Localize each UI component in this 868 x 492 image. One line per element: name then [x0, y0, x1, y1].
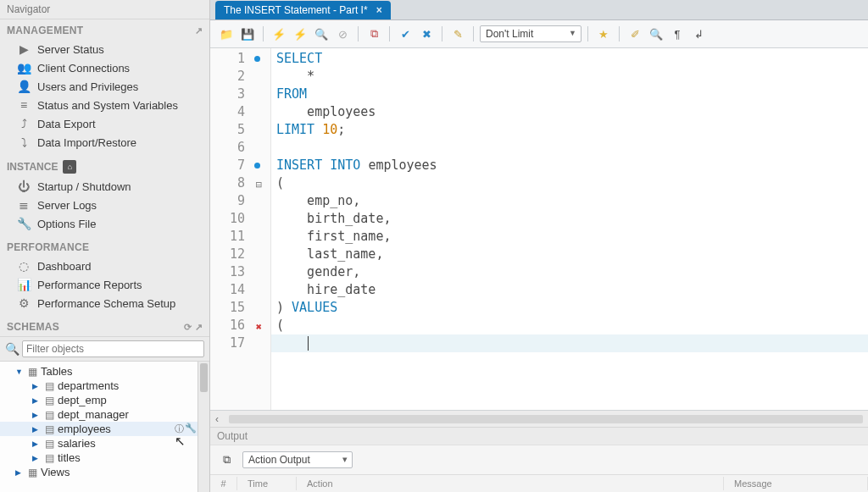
explain-icon[interactable]: 🔍: [312, 25, 331, 43]
chevron-right-icon[interactable]: [32, 424, 41, 434]
nav-item-connections[interactable]: 👥Client Connections: [0, 58, 209, 77]
code-line[interactable]: emp_no,: [271, 192, 868, 210]
code-line[interactable]: birth_date,: [271, 210, 868, 228]
code-line[interactable]: ) VALUES: [271, 299, 868, 317]
code-line[interactable]: [271, 139, 868, 157]
tree-node-table[interactable]: ▤employeesⓘ🔧▦↖: [0, 422, 209, 436]
code-line[interactable]: [271, 334, 868, 352]
code-line[interactable]: last_name,: [271, 246, 868, 263]
gutter-line[interactable]: 13: [210, 263, 270, 281]
col-action[interactable]: Action: [297, 477, 724, 490]
tree-node-table[interactable]: ▤titles: [0, 451, 209, 465]
code-line[interactable]: gender,: [271, 263, 868, 281]
editor-code[interactable]: SELECT *FROM employeesLIMIT 10;INSERT IN…: [271, 48, 868, 410]
chevron-left-icon[interactable]: ‹: [215, 413, 219, 425]
chevron-right-icon[interactable]: [32, 381, 41, 390]
execute-current-icon[interactable]: ⚡: [291, 25, 309, 43]
editor-tab[interactable]: The INSERT Statement - Part I* ×: [215, 1, 391, 19]
close-icon[interactable]: ×: [376, 4, 382, 16]
invisible-chars-icon[interactable]: ¶: [668, 25, 687, 43]
code-line[interactable]: *: [271, 68, 868, 86]
nav-item-export[interactable]: ⤴Data Export: [0, 114, 209, 133]
gutter-line[interactable]: 14: [210, 281, 270, 299]
code-line[interactable]: SELECT: [271, 50, 868, 68]
gutter-line[interactable]: 16: [210, 317, 270, 334]
col-time[interactable]: Time: [237, 477, 297, 490]
toggle-result-icon[interactable]: ⧉: [364, 25, 383, 43]
nav-item-dashboard[interactable]: ◌Dashboard: [0, 257, 209, 275]
col-num[interactable]: #: [210, 477, 237, 490]
refresh-icon[interactable]: ⟳ ↗: [184, 322, 203, 333]
chevron-right-icon[interactable]: [32, 453, 41, 462]
output-mode-select[interactable]: Action Output: [242, 451, 353, 468]
chevron-right-icon[interactable]: [32, 410, 41, 419]
chevron-right-icon[interactable]: [32, 395, 41, 405]
commit-icon[interactable]: ✔: [396, 25, 415, 43]
stop-icon[interactable]: ⊘: [333, 25, 352, 43]
gutter-line[interactable]: 9: [210, 192, 270, 210]
gutter-line[interactable]: 4: [210, 103, 270, 121]
chevron-down-icon[interactable]: [15, 367, 24, 376]
tree-node-table[interactable]: ▤dept_manager: [0, 407, 209, 422]
nav-item-reports[interactable]: 📊Performance Reports: [0, 275, 209, 294]
gutter-line[interactable]: 12: [210, 246, 270, 263]
gutter-line[interactable]: 15: [210, 299, 270, 317]
code-line[interactable]: (: [271, 174, 868, 192]
output-layout-icon[interactable]: ⧉: [217, 451, 236, 469]
schema-tree[interactable]: ▦ Tables ▤departments▤dept_emp▤dept_mana…: [0, 361, 209, 492]
autocommit-icon[interactable]: ✎: [448, 25, 467, 43]
gutter-line[interactable]: 17: [210, 334, 270, 352]
splitter[interactable]: ‹: [210, 410, 868, 427]
beautify-icon[interactable]: ✐: [626, 25, 644, 43]
col-message[interactable]: Message: [724, 477, 868, 490]
schema-filter-input[interactable]: [22, 340, 204, 357]
tree-node-table[interactable]: ▤dept_emp: [0, 393, 209, 407]
gutter-line[interactable]: 8: [210, 174, 270, 192]
sql-editor[interactable]: 1234567891011121314151617 SELECT *FROM e…: [210, 48, 868, 410]
tree-node-table[interactable]: ▤departments: [0, 379, 209, 393]
gutter-line[interactable]: 1: [210, 50, 270, 68]
expand-icon[interactable]: ↗: [195, 25, 203, 36]
favorite-icon[interactable]: ★: [594, 25, 613, 43]
code-line[interactable]: INSERT INTO employees: [271, 157, 868, 174]
nav-item-power[interactable]: ⏻Startup / Shutdown: [0, 177, 209, 196]
main-area: The INSERT Statement - Part I* × 📁 💾 ⚡ ⚡…: [210, 0, 868, 492]
code-line[interactable]: employees: [271, 103, 868, 121]
chevron-right-icon[interactable]: [15, 467, 24, 477]
gutter-line[interactable]: 6: [210, 139, 270, 157]
tree-scrollbar[interactable]: [198, 362, 209, 492]
code-line[interactable]: first_name,: [271, 228, 868, 246]
tree-node-tables[interactable]: ▦ Tables: [0, 364, 209, 379]
gutter-line[interactable]: 11: [210, 228, 270, 246]
code-line[interactable]: hire_date: [271, 281, 868, 299]
gutter-line[interactable]: 3: [210, 86, 270, 103]
code-line[interactable]: FROM: [271, 86, 868, 103]
code-line[interactable]: LIMIT 10;: [271, 121, 868, 139]
save-icon[interactable]: 💾: [238, 25, 257, 43]
nav-item-logs[interactable]: ≣Server Logs: [0, 196, 209, 214]
nav-item-import[interactable]: ⤵Data Import/Restore: [0, 133, 209, 152]
tree-node-table[interactable]: ▤salaries: [0, 436, 209, 451]
wrap-icon[interactable]: ↲: [689, 25, 708, 43]
execute-icon[interactable]: ⚡: [270, 25, 288, 43]
splitter-track[interactable]: [229, 415, 863, 423]
gutter-line[interactable]: 5: [210, 121, 270, 139]
tree-node-views[interactable]: ▦ Views: [0, 465, 209, 479]
nav-item-options[interactable]: 🔧Options File: [0, 214, 209, 233]
gutter-line[interactable]: 2: [210, 68, 270, 86]
gutter-line[interactable]: 10: [210, 210, 270, 228]
limit-select[interactable]: Don't Limit: [480, 25, 581, 42]
gutter-line[interactable]: 7: [210, 157, 270, 174]
nav-item-users[interactable]: 👤Users and Privileges: [0, 77, 209, 96]
open-file-icon[interactable]: 📁: [217, 25, 236, 43]
output-header: Output: [210, 427, 868, 445]
code-line[interactable]: (: [271, 317, 868, 334]
chevron-right-icon[interactable]: [32, 439, 41, 448]
nav-item-variables[interactable]: ≡Status and System Variables: [0, 96, 209, 114]
text-cursor: [308, 336, 309, 351]
wrench-icon[interactable]: 🔧: [185, 423, 197, 435]
nav-item-schema-setup[interactable]: ⚙Performance Schema Setup: [0, 294, 209, 312]
find-icon[interactable]: 🔍: [647, 25, 665, 43]
rollback-icon[interactable]: ✖: [417, 25, 436, 43]
nav-item-status[interactable]: ▶Server Status: [0, 40, 209, 58]
